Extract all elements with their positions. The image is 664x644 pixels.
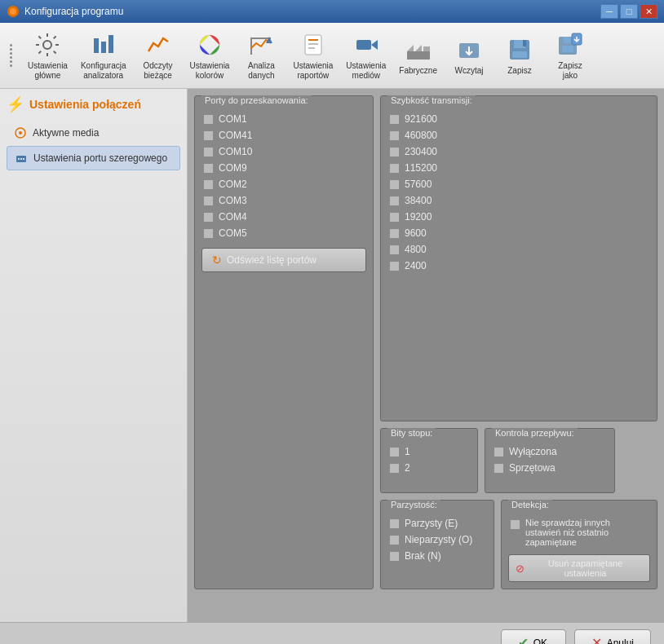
speed-921600[interactable]: 921600 (387, 111, 650, 127)
window-title: Konfiguracja programu (24, 6, 600, 17)
toolbar-media-settings[interactable]: Ustawieniamediów (340, 26, 392, 85)
port-com9-checkbox[interactable] (203, 163, 214, 174)
sidebar-title: ⚡ Ustawienia połączeń (7, 95, 180, 113)
speed-57600-checkbox[interactable] (389, 179, 400, 190)
port-com3-checkbox[interactable] (203, 196, 214, 206)
cancel-button[interactable]: ✕ Anuluj (574, 629, 651, 644)
svg-rect-21 (523, 40, 526, 46)
parity-detection-row: Parzystość: Parzysty (E) Nieparzysty (O) (380, 500, 657, 589)
report-icon (299, 30, 328, 60)
title-bar: Konfiguracja programu ─ □ ✕ (0, 0, 664, 23)
sidebar-item-serial-port[interactable]: Ustawienia portu szeregowego (7, 146, 180, 170)
port-com9[interactable]: COM9 (201, 160, 366, 176)
port-com5[interactable]: COM5 (201, 225, 366, 241)
flow-off[interactable]: Wyłączona (492, 443, 608, 460)
port-com4[interactable]: COM4 (201, 209, 366, 225)
save-as-icon (556, 30, 585, 60)
detection-check-label: Nie sprawdzaj innychustawień niż ostatni… (525, 518, 649, 547)
speed-460800[interactable]: 460800 (387, 127, 650, 143)
ports-panel-title: Porty do przeskanowania: (201, 95, 312, 105)
toolbar-analyzer-config[interactable]: Konfiguracjaanalizatora (75, 26, 132, 85)
speed-2400-checkbox[interactable] (389, 261, 400, 271)
speed-230400[interactable]: 230400 (387, 143, 650, 160)
speed-9600-checkbox[interactable] (389, 228, 400, 239)
window-controls: ─ □ ✕ (600, 4, 657, 19)
speed-230400-checkbox[interactable] (389, 147, 400, 157)
refresh-label: Odśwież listę portów (227, 254, 317, 266)
remove-settings-button[interactable]: ⊘ Usuń zapamiętane ustawienia (508, 554, 650, 582)
parity-even-checkbox[interactable] (389, 518, 400, 529)
speed-921600-checkbox[interactable] (389, 114, 400, 125)
speed-19200-checkbox[interactable] (389, 212, 400, 223)
speed-19200[interactable]: 19200 (387, 209, 650, 225)
speed-panel: Szybkość transmisji: 921600 460800 23 (380, 95, 657, 421)
port-com41[interactable]: COM41 (201, 127, 366, 143)
toolbar-report-settings[interactable]: Ustawieniaraportów (287, 26, 339, 85)
speed-460800-checkbox[interactable] (389, 130, 400, 141)
parity-odd[interactable]: Nieparzysty (O) (387, 532, 487, 548)
toolbar-main-settings[interactable]: Ustawieniagłówne (22, 26, 73, 85)
toolbar-save[interactable]: Zapisz (495, 31, 544, 80)
detection-panel: Detekcja: Nie sprawdzaj innychustawień n… (501, 500, 657, 589)
port-com41-checkbox[interactable] (203, 130, 214, 141)
port-com10-checkbox[interactable] (203, 147, 214, 157)
svg-rect-24 (564, 37, 572, 43)
parity-even[interactable]: Parzysty (E) (387, 515, 487, 532)
active-media-icon (13, 126, 28, 140)
parity-none-checkbox[interactable] (389, 551, 400, 562)
toolbar-load[interactable]: Wczytaj (445, 31, 494, 80)
toolbar-data-analysis[interactable]: Analizadanych (237, 26, 286, 85)
speed-38400-checkbox[interactable] (389, 196, 400, 206)
toolbar-color-settings[interactable]: Ustawieniakolorów (184, 26, 236, 85)
sidebar-serial-port-label: Ustawienia portu szeregowego (33, 152, 167, 164)
close-button[interactable]: ✕ (640, 4, 657, 19)
speed-4800-checkbox[interactable] (389, 245, 400, 255)
port-com2[interactable]: COM2 (201, 176, 366, 192)
ok-button[interactable]: ✔ OK (501, 629, 566, 644)
port-com3[interactable]: COM3 (201, 192, 366, 209)
svg-rect-4 (101, 42, 106, 53)
flow-hardware[interactable]: Sprzętowa (492, 460, 608, 476)
toolbar-factory[interactable]: Fabryczne (393, 31, 443, 80)
speed-2400[interactable]: 2400 (387, 258, 650, 274)
svg-rect-12 (356, 40, 371, 50)
speed-115200-checkbox[interactable] (389, 163, 400, 174)
parity-none[interactable]: Brak (N) (387, 548, 487, 564)
parity-odd-checkbox[interactable] (389, 535, 400, 545)
svg-point-30 (18, 158, 20, 160)
speed-panel-title: Szybkość transmisji: (387, 95, 476, 105)
ok-icon: ✔ (518, 635, 529, 644)
port-com4-checkbox[interactable] (203, 212, 214, 223)
minimize-button[interactable]: ─ (600, 4, 618, 19)
stop-bit-1-checkbox[interactable] (389, 447, 400, 457)
stop-bit-1[interactable]: 1 (387, 443, 471, 460)
detection-check[interactable]: Nie sprawdzaj innychustawień niż ostatni… (508, 515, 650, 549)
app-icon (7, 5, 20, 18)
speed-57600[interactable]: 57600 (387, 176, 650, 192)
speed-38400[interactable]: 38400 (387, 192, 650, 209)
right-panels: Szybkość transmisji: 921600 460800 23 (380, 95, 657, 589)
sidebar-item-active-media[interactable]: Aktywne media (7, 121, 180, 144)
maximize-button[interactable]: □ (620, 4, 638, 19)
stop-bit-2-checkbox[interactable] (389, 463, 400, 474)
speed-4800[interactable]: 4800 (387, 241, 650, 258)
svg-point-32 (23, 158, 24, 160)
port-com1[interactable]: COM1 (201, 111, 366, 127)
toolbar: Ustawieniagłówne Konfiguracjaanalizatora… (0, 23, 664, 89)
port-com2-checkbox[interactable] (203, 179, 214, 190)
stop-bit-2[interactable]: 2 (387, 460, 471, 476)
detection-checkbox[interactable] (510, 519, 520, 530)
remove-settings-label: Usuń zapamiętane ustawienia (528, 558, 643, 578)
speed-115200[interactable]: 115200 (387, 160, 650, 176)
port-com1-checkbox[interactable] (203, 114, 214, 125)
sidebar-title-icon: ⚡ (7, 95, 24, 113)
flow-off-checkbox[interactable] (494, 447, 504, 457)
refresh-ports-button[interactable]: ↻ Odśwież listę portów (201, 248, 366, 272)
serial-port-icon (14, 151, 29, 165)
speed-9600[interactable]: 9600 (387, 225, 650, 241)
flow-hardware-checkbox[interactable] (494, 463, 504, 474)
toolbar-save-as[interactable]: Zapiszjako (546, 26, 595, 85)
port-com10[interactable]: COM10 (201, 143, 366, 160)
toolbar-current-readings[interactable]: Odczytybieżące (134, 26, 183, 85)
port-com5-checkbox[interactable] (203, 228, 214, 239)
